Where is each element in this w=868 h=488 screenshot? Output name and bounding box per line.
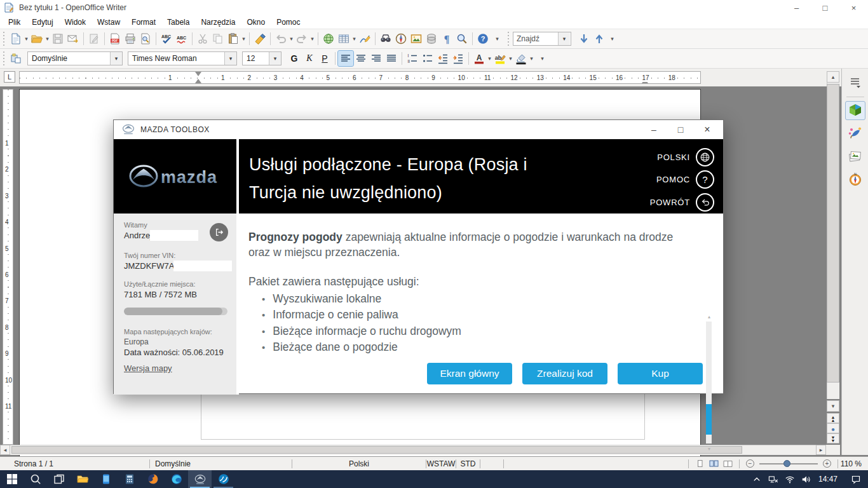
new-document-dropdown-arrow[interactable]: ▾ bbox=[24, 36, 29, 42]
edit-file-icon[interactable] bbox=[86, 31, 102, 46]
dialog-scroll-up-icon[interactable]: ▴ bbox=[705, 314, 714, 320]
page-preview-icon[interactable] bbox=[138, 31, 153, 46]
zoom-slider-thumb[interactable] bbox=[783, 460, 790, 467]
redo-dropdown-arrow[interactable]: ▾ bbox=[309, 36, 315, 42]
ruler-vertical[interactable]: 1234567891011 bbox=[3, 89, 13, 445]
menu-pomoc[interactable]: Pomoc bbox=[271, 16, 306, 29]
print-icon[interactable] bbox=[123, 31, 138, 46]
statusbar-insert-mode[interactable]: WSTAW bbox=[426, 457, 456, 470]
decrease-indent-button[interactable] bbox=[435, 51, 451, 66]
redeem-code-button[interactable]: Zrealizuj kod bbox=[522, 363, 607, 384]
back-button[interactable]: POWRÓT bbox=[650, 193, 714, 212]
cut-icon[interactable] bbox=[195, 31, 210, 46]
zoom-slider-track[interactable] bbox=[759, 463, 818, 464]
taskbar-clock[interactable]: 14:47 bbox=[815, 475, 844, 484]
menu-plik[interactable]: Plik bbox=[3, 16, 26, 29]
export-pdf-icon[interactable]: PDF bbox=[107, 31, 123, 46]
language-button[interactable]: POLSKI bbox=[657, 147, 714, 166]
font-color-button[interactable]: A bbox=[471, 51, 487, 66]
zoom-in-button[interactable]: + bbox=[823, 459, 831, 468]
window-minimize-button[interactable]: – bbox=[782, 0, 811, 15]
left-indent-marker[interactable] bbox=[195, 79, 201, 83]
menu-widok[interactable]: Widok bbox=[59, 16, 92, 29]
styles-window-icon[interactable] bbox=[8, 51, 24, 66]
search-icon[interactable] bbox=[24, 470, 47, 488]
vertical-scrollbar-thumb[interactable] bbox=[827, 84, 839, 383]
italic-button[interactable]: K bbox=[302, 51, 317, 66]
paste-dropdown-arrow[interactable]: ▾ bbox=[241, 36, 247, 42]
buy-button[interactable]: Kup bbox=[618, 363, 703, 384]
save-icon[interactable] bbox=[50, 31, 65, 46]
find-input[interactable] bbox=[513, 34, 558, 43]
scroll-down-button[interactable]: ▾ bbox=[827, 400, 839, 412]
find-previous-icon[interactable] bbox=[592, 31, 607, 46]
calculator-icon[interactable] bbox=[118, 470, 141, 488]
sidebar-gallery-icon[interactable] bbox=[845, 147, 865, 166]
task-view-icon[interactable] bbox=[47, 470, 71, 488]
zoom-icon[interactable] bbox=[454, 31, 470, 46]
first-line-indent-marker[interactable] bbox=[195, 72, 201, 76]
find-dropdown-arrow[interactable]: ▾ bbox=[558, 32, 570, 45]
table-dropdown-arrow[interactable]: ▾ bbox=[351, 36, 357, 42]
open-icon[interactable] bbox=[29, 31, 44, 46]
dialog-minimize-button[interactable]: – bbox=[641, 120, 667, 139]
dialog-titlebar[interactable]: MAZDA TOOLBOX – □ × bbox=[114, 120, 723, 139]
wifi-icon[interactable] bbox=[782, 470, 798, 488]
highlighting-dropdown-arrow[interactable]: ▾ bbox=[508, 55, 513, 62]
find-combobox[interactable]: ▾ bbox=[513, 32, 571, 46]
horizontal-scrollbar-thumb[interactable] bbox=[11, 446, 742, 454]
find-toolbar-grip[interactable] bbox=[506, 32, 511, 46]
dialog-scroll-down-icon[interactable]: ▾ bbox=[705, 446, 714, 452]
sidebar-navigator-icon[interactable]: N bbox=[845, 170, 865, 189]
sidebar-styles-icon[interactable] bbox=[845, 124, 865, 143]
background-color-dropdown-arrow[interactable]: ▾ bbox=[529, 55, 534, 62]
zoom-out-button[interactable]: − bbox=[746, 459, 754, 468]
statusbar-selection-mode[interactable]: STD bbox=[456, 457, 480, 470]
align-right-button[interactable] bbox=[369, 51, 384, 66]
toolbar-grip[interactable] bbox=[2, 32, 6, 46]
statusbar-page[interactable]: Strona 1 / 1 bbox=[0, 457, 149, 470]
window-maximize-button[interactable]: □ bbox=[811, 0, 839, 15]
scroll-left-button[interactable]: ◂ bbox=[0, 445, 10, 455]
undo-dropdown-arrow[interactable]: ▾ bbox=[288, 36, 294, 42]
statusbar-page-style[interactable]: Domyślnie bbox=[150, 457, 292, 470]
spellcheck-icon[interactable]: ABC bbox=[159, 31, 174, 46]
font-dropdown-arrow[interactable]: ▾ bbox=[224, 52, 236, 65]
paste-icon[interactable] bbox=[226, 31, 241, 46]
file-explorer-icon[interactable] bbox=[71, 470, 94, 488]
paragraph-style-combobox[interactable]: Domyślnie ▾ bbox=[27, 51, 123, 65]
style-dropdown-arrow[interactable]: ▾ bbox=[110, 52, 122, 65]
scroll-up-button[interactable]: ▴ bbox=[827, 71, 839, 83]
openoffice-writer-icon[interactable] bbox=[212, 470, 235, 488]
font-color-dropdown-arrow[interactable]: ▾ bbox=[487, 55, 492, 62]
table-icon[interactable] bbox=[336, 31, 351, 46]
open-dropdown-arrow[interactable]: ▾ bbox=[44, 36, 50, 42]
draw-functions-icon[interactable] bbox=[357, 31, 372, 46]
send-email-icon[interactable] bbox=[65, 31, 81, 46]
dialog-close-button[interactable]: × bbox=[694, 120, 721, 139]
single-page-view-icon[interactable] bbox=[695, 459, 705, 469]
network-icon[interactable] bbox=[765, 470, 782, 488]
next-page-button[interactable]: ▼▼ bbox=[827, 433, 839, 444]
formatting-marks-icon[interactable]: ¶ bbox=[439, 31, 454, 46]
find-toolbar-overflow-arrow[interactable]: ▾ bbox=[609, 36, 615, 42]
edge-icon[interactable] bbox=[165, 470, 188, 488]
bold-button[interactable]: G bbox=[287, 51, 302, 66]
question-mark-icon[interactable]: ? bbox=[696, 170, 714, 189]
bullet-list-button[interactable] bbox=[420, 51, 435, 66]
statusbar-zoom-level[interactable]: 110 % bbox=[838, 457, 868, 470]
toolbar-overflow-arrow[interactable]: ▾ bbox=[494, 36, 500, 42]
start-icon[interactable] bbox=[0, 470, 24, 488]
font-name-combobox[interactable]: Times New Roman ▾ bbox=[128, 51, 237, 65]
action-center-icon[interactable] bbox=[844, 470, 868, 488]
map-version-link[interactable]: Wersja mapy bbox=[124, 363, 172, 373]
hyperlink-icon[interactable] bbox=[321, 31, 336, 46]
gallery-icon[interactable] bbox=[409, 31, 424, 46]
sidebar-settings-icon[interactable] bbox=[845, 72, 865, 92]
formatting-toolbar-grip[interactable] bbox=[2, 51, 6, 65]
multi-page-view-icon[interactable] bbox=[709, 459, 719, 469]
mazda-toolbox-icon[interactable] bbox=[188, 470, 212, 488]
align-left-button[interactable] bbox=[338, 51, 353, 66]
find-next-icon[interactable] bbox=[576, 31, 592, 46]
firefox-icon[interactable] bbox=[141, 470, 165, 488]
